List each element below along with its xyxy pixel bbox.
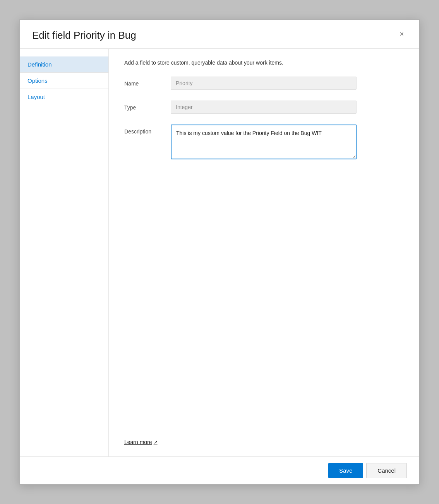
cancel-button[interactable]: Cancel: [366, 463, 407, 478]
close-button[interactable]: ×: [396, 29, 407, 39]
name-label: Name: [124, 77, 171, 97]
form-grid: Name Type Description: [124, 77, 404, 172]
description-field-container: [171, 125, 404, 172]
learn-more-section: Learn more ↗: [124, 423, 404, 446]
description-label: Description: [124, 125, 171, 145]
save-button[interactable]: Save: [328, 463, 363, 478]
sidebar-item-definition[interactable]: Definition: [20, 56, 108, 73]
main-content: Add a field to store custom, queryable d…: [109, 49, 419, 456]
sidebar-item-options[interactable]: Options: [20, 73, 108, 89]
dialog-footer: Save Cancel: [20, 456, 419, 484]
dialog-header: Edit field Priority in Bug ×: [20, 20, 419, 49]
name-input: [171, 77, 357, 90]
type-input: [171, 101, 357, 114]
dialog-title: Edit field Priority in Bug: [32, 29, 136, 42]
type-label: Type: [124, 101, 171, 121]
description-textarea[interactable]: [171, 125, 357, 159]
edit-field-dialog: Edit field Priority in Bug × Definition …: [19, 19, 420, 485]
sidebar-item-layout[interactable]: Layout: [20, 89, 108, 105]
sidebar: Definition Options Layout: [20, 49, 109, 456]
dialog-body: Definition Options Layout Add a field to…: [20, 49, 419, 456]
type-field-container: [171, 101, 404, 125]
form-description: Add a field to store custom, queryable d…: [124, 60, 404, 66]
external-link-icon: ↗: [154, 439, 158, 445]
name-field-container: [171, 77, 404, 101]
learn-more-link[interactable]: Learn more ↗: [124, 439, 158, 445]
